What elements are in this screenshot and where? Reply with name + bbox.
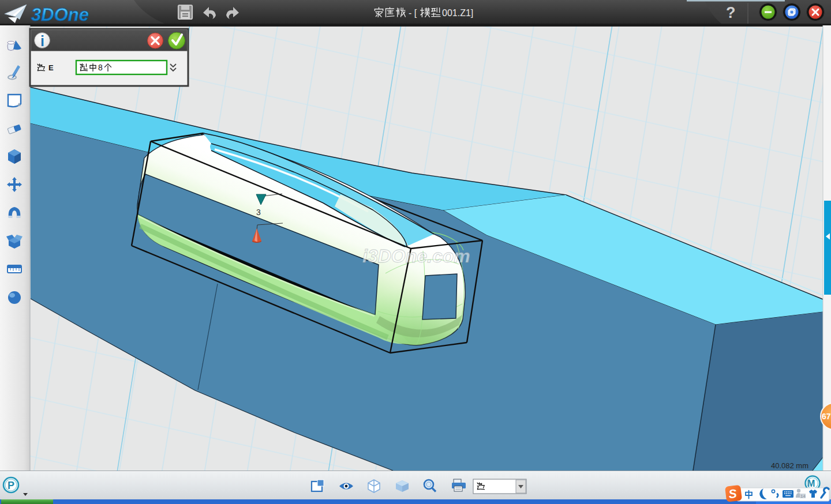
svg-text:3DOne: 3DOne (31, 5, 89, 25)
svg-text:S: S (728, 487, 738, 501)
svg-text:P: P (8, 480, 14, 491)
svg-text:- [: - [ (409, 8, 417, 18)
svg-text:E: E (48, 63, 54, 72)
svg-text:i: i (40, 33, 44, 49)
svg-text:14: 14 (800, 494, 806, 499)
svg-text:40.082 mm: 40.082 mm (771, 461, 808, 470)
svg-text:8: 8 (98, 63, 103, 72)
svg-text:M: M (807, 479, 815, 488)
svg-text:67: 67 (822, 412, 831, 421)
svg-text:001.Z1]: 001.Z1] (442, 8, 473, 18)
svg-text:3: 3 (256, 208, 261, 217)
svg-text:i3DOne.com: i3DOne.com (362, 246, 470, 266)
svg-text:?: ? (726, 4, 736, 21)
